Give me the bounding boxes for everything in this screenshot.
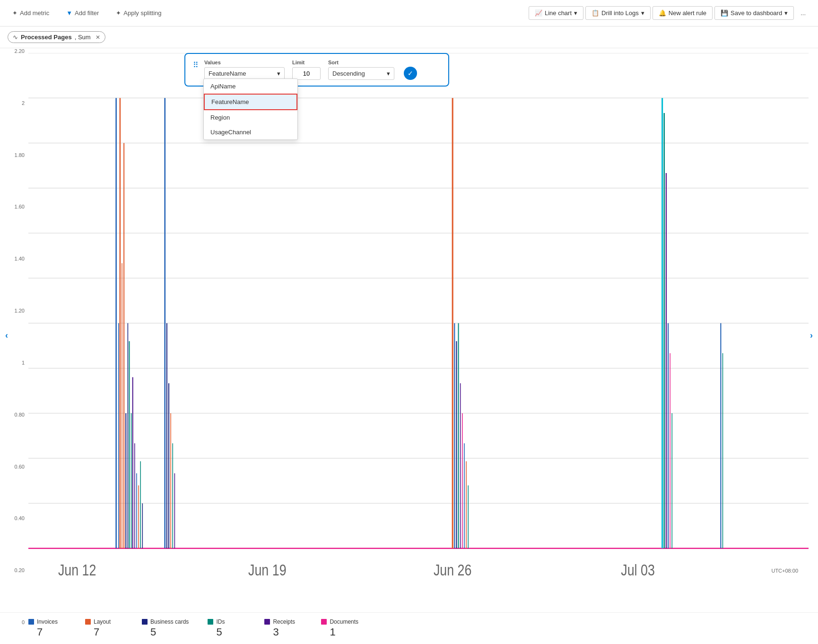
metric-aggregation: , Sum [75, 34, 91, 41]
sort-field-group: Sort Descending ▾ [328, 60, 394, 80]
sort-dropdown[interactable]: Descending ▾ [328, 67, 394, 80]
legend-item-receipts: Receipts 3 [264, 618, 302, 638]
splitting-dots-icon: ⠿ [193, 61, 199, 70]
values-label: Values [204, 60, 285, 65]
svg-text:Jun 12: Jun 12 [58, 561, 96, 578]
svg-text:Jun 26: Jun 26 [434, 561, 471, 578]
y-label-220: 2.20 [15, 48, 25, 54]
toolbar: ✦ Add metric ▼ Add filter ✦ Apply splitt… [0, 0, 818, 26]
dropdown-option-region[interactable]: Region [204, 110, 297, 125]
svg-text:Jun 19: Jun 19 [248, 561, 286, 578]
legend-name-layout: Layout [94, 618, 111, 625]
add-metric-button[interactable]: ✦ Add metric [8, 7, 54, 19]
legend-name-documents: Documents [330, 618, 358, 625]
metric-bar: ∿ Processed Pages , Sum ✕ [0, 26, 818, 48]
nav-left-button[interactable]: ‹ [1, 330, 12, 341]
add-filter-button[interactable]: ▼ Add filter [61, 7, 104, 19]
chart-svg: Jun 12 Jun 19 Jun 26 Jul 03 [28, 53, 809, 593]
values-field-group: Values FeatureName ▾ [204, 60, 285, 80]
legend-swatch-invoices [28, 619, 34, 625]
chart-wrapper: 2.20 2 1.80 1.60 1.40 1.20 1 0.80 0.60 0… [0, 48, 818, 644]
y-label-1: 1 [22, 360, 25, 366]
drill-into-logs-label: Drill into Logs [601, 9, 639, 17]
legend-item-invoices: Invoices 7 [28, 618, 66, 638]
chevron-down-icon-3: ▾ [784, 9, 788, 17]
splitting-header: ⠿ Values FeatureName ▾ Limit 10 Sort De [193, 60, 441, 80]
metric-close-button[interactable]: ✕ [96, 34, 100, 41]
chevron-down-icon: ▾ [574, 9, 577, 17]
legend-item-ids: IDs 5 [208, 618, 245, 638]
line-chart-button[interactable]: 📈 Line chart ▾ [529, 6, 583, 20]
limit-field-group: Limit 10 [292, 60, 321, 80]
legend-item-business-cards: Business cards 5 [142, 618, 189, 638]
legend-count-receipts: 3 [273, 626, 302, 638]
toolbar-right: 📈 Line chart ▾ 📋 Drill into Logs ▾ 🔔 New… [529, 6, 810, 20]
drill-into-logs-button[interactable]: 📋 Drill into Logs ▾ [585, 6, 651, 20]
add-metric-icon: ✦ [12, 9, 17, 17]
nav-right-button[interactable]: › [806, 330, 817, 341]
metric-pill: ∿ Processed Pages , Sum ✕ [8, 31, 105, 43]
confirm-button[interactable]: ✓ [404, 67, 417, 80]
limit-input[interactable]: 10 [292, 67, 321, 80]
dropdown-option-usagechannel[interactable]: UsageChannel [204, 125, 297, 139]
sort-selected: Descending [332, 70, 365, 77]
legend-count-documents: 1 [330, 626, 359, 638]
values-dropdown-menu: ApiName FeatureName Region UsageChannel [203, 78, 298, 140]
add-filter-label: Add filter [75, 9, 99, 17]
checkmark-icon: ✓ [408, 70, 413, 77]
save-to-dashboard-label: Save to dashboard [731, 9, 782, 17]
drill-icon: 📋 [592, 9, 599, 17]
y-label-160: 1.60 [15, 204, 25, 209]
sort-chevron-icon: ▾ [387, 70, 390, 77]
new-alert-rule-button[interactable]: 🔔 New alert rule [653, 6, 713, 20]
chevron-down-icon-2: ▾ [641, 9, 644, 17]
chart-area: UTC+08:00 Jun 12 Jun 19 Jun 26 [28, 53, 809, 593]
legend-swatch-ids [208, 619, 213, 625]
more-options-button[interactable]: ... [796, 7, 810, 19]
splitting-fields: Values FeatureName ▾ Limit 10 Sort Desce… [204, 60, 417, 80]
values-selected: FeatureName [209, 70, 246, 77]
y-label-060: 0.60 [15, 464, 25, 470]
y-label-040: 0.40 [15, 515, 25, 521]
dropdown-option-apiname[interactable]: ApiName [204, 79, 297, 94]
legend-swatch-documents [321, 619, 327, 625]
legend-bar: Invoices 7 Layout 7 Business cards 5 [0, 612, 818, 644]
new-alert-rule-label: New alert rule [669, 9, 706, 17]
utc-label: UTC+08:00 [771, 568, 798, 574]
line-chart-label: Line chart [545, 9, 572, 17]
legend-name-business-cards: Business cards [150, 618, 189, 625]
funnel-icon: ▼ [66, 9, 72, 17]
save-to-dashboard-button[interactable]: 💾 Save to dashboard ▾ [714, 6, 794, 20]
svg-text:Jul 03: Jul 03 [621, 561, 655, 578]
legend-item-documents: Documents 1 [321, 618, 359, 638]
legend-count-business-cards: 5 [150, 626, 189, 638]
y-label-180: 1.80 [15, 152, 25, 158]
legend-count-ids: 5 [216, 626, 245, 638]
legend-swatch-business-cards [142, 619, 148, 625]
legend-item-layout: Layout 7 [85, 618, 123, 638]
y-label-0: 0 [22, 619, 25, 625]
legend-name-ids: IDs [216, 618, 225, 625]
values-dropdown[interactable]: FeatureName ▾ [204, 67, 285, 80]
values-chevron-icon: ▾ [277, 70, 280, 77]
add-metric-label: Add metric [20, 9, 49, 17]
apply-splitting-label: Apply splitting [123, 9, 161, 17]
save-icon: 💾 [721, 9, 728, 17]
toolbar-left: ✦ Add metric ▼ Add filter ✦ Apply splitt… [8, 7, 525, 19]
y-label-140: 1.40 [15, 256, 25, 261]
metric-wave-icon: ∿ [13, 34, 18, 41]
dropdown-option-featurename[interactable]: FeatureName [204, 94, 297, 110]
y-label-120: 1.20 [15, 308, 25, 313]
legend-name-receipts: Receipts [273, 618, 295, 625]
split-icon: ✦ [116, 9, 121, 17]
chart-container: ∿ Processed Pages , Sum ✕ ⠿ Values Featu… [0, 26, 818, 644]
limit-label: Limit [292, 60, 321, 65]
line-chart-icon: 📈 [535, 9, 542, 17]
legend-swatch-receipts [264, 619, 270, 625]
apply-splitting-button[interactable]: ✦ Apply splitting [111, 7, 166, 19]
y-label-2: 2 [22, 100, 25, 106]
legend-count-invoices: 7 [37, 626, 66, 638]
bell-icon: 🔔 [659, 9, 666, 17]
more-options-label: ... [801, 9, 806, 17]
metric-name: Processed Pages [21, 34, 72, 41]
